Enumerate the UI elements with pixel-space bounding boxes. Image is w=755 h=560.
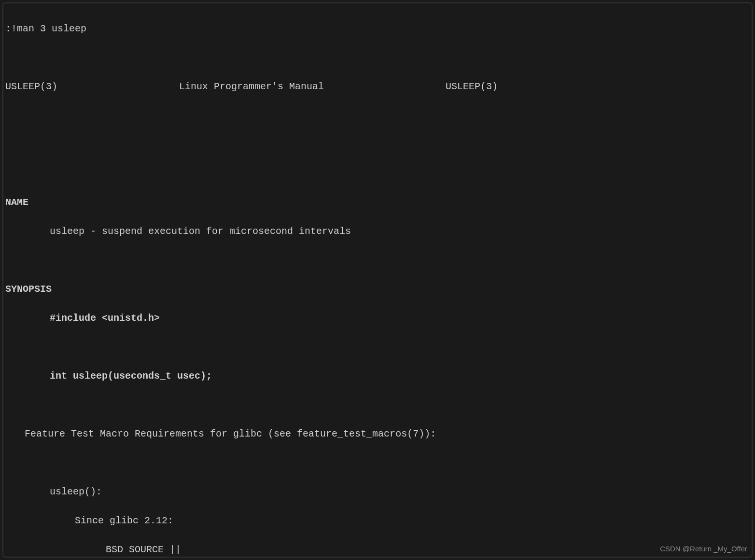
terminal-window[interactable]: :!man 3 usleep USLEEP(3)Linux Programmer… bbox=[2, 2, 753, 558]
macro-line-1: _BSD_SOURCE || bbox=[5, 543, 750, 557]
func-name: usleep(): bbox=[5, 485, 750, 499]
synopsis-include: #include <unistd.h> bbox=[5, 311, 750, 326]
header-left: USLEEP(3) bbox=[5, 80, 57, 94]
header-right: USLEEP(3) bbox=[446, 80, 498, 94]
name-content: usleep - suspend execution for microseco… bbox=[5, 224, 750, 239]
man-page-header: USLEEP(3)Linux Programmer's ManualUSLEEP… bbox=[5, 80, 498, 94]
feature-test-intro: Feature Test Macro Requirements for glib… bbox=[5, 427, 750, 441]
synopsis-signature: int usleep(useconds_t usec); bbox=[5, 369, 750, 383]
header-center: Linux Programmer's Manual bbox=[179, 80, 324, 94]
section-name-heading: NAME bbox=[5, 195, 750, 210]
command-line: :!man 3 usleep bbox=[5, 22, 750, 36]
csdn-watermark: CSDN @Return _My_Offer bbox=[660, 544, 747, 555]
section-synopsis-heading: SYNOPSIS bbox=[5, 282, 750, 297]
since-label: Since glibc 2.12: bbox=[5, 514, 750, 528]
